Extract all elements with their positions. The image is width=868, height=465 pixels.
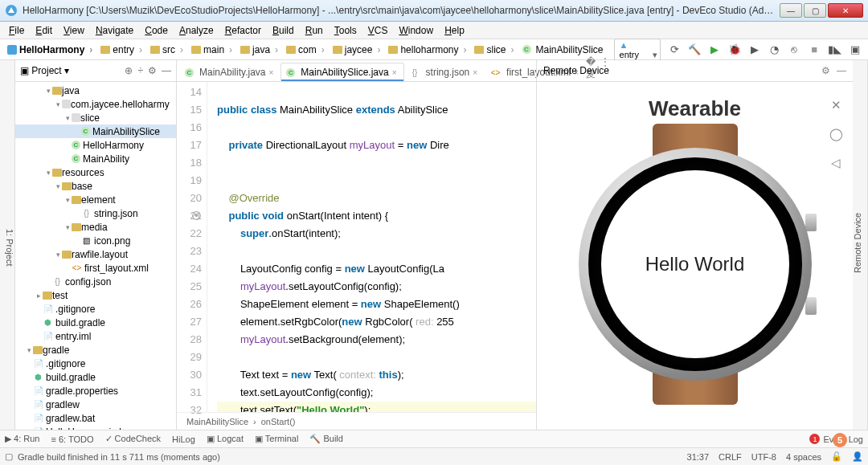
tree-item[interactable]: ▾rawfile.layout xyxy=(15,247,176,261)
left-gutter-tabs[interactable]: 1: Project7: Structure2: Favorites xyxy=(0,60,15,430)
menu-analyze[interactable]: Analyze xyxy=(174,23,219,38)
project-view-dropdown[interactable]: ▣ Project ▾ xyxy=(20,65,69,76)
file-encoding[interactable]: UTF-8 xyxy=(751,452,776,462)
tree-item[interactable]: ▾gradle xyxy=(15,343,176,357)
minimize-button[interactable]: — xyxy=(780,3,802,18)
toolstrip-item[interactable]: ▣ Logcat xyxy=(207,434,244,444)
close-tab-icon[interactable]: × xyxy=(392,68,397,77)
indent-setting[interactable]: 4 spaces xyxy=(786,452,821,462)
menu-navigate[interactable]: Navigate xyxy=(90,23,139,38)
tree-item[interactable]: ▾resources xyxy=(15,165,176,179)
menu-view[interactable]: View xyxy=(58,23,90,38)
tree-item[interactable]: ▧icon.png xyxy=(15,234,176,247)
sync-icon[interactable]: ⟳ xyxy=(668,43,681,56)
select-opened-icon[interactable]: ⊕ xyxy=(125,65,133,76)
profile-icon[interactable]: ◔ xyxy=(768,43,781,56)
notification-badge-icon[interactable]: 5 xyxy=(833,433,847,447)
tree-item[interactable]: 📄.gitignore xyxy=(15,357,176,370)
layout-icon[interactable]: ▣ xyxy=(849,43,862,56)
breadcrumb-item[interactable]: HelloHarmony xyxy=(3,43,96,57)
device-close-icon[interactable]: ✕ xyxy=(827,96,845,114)
inspect-icon[interactable]: 👤 xyxy=(852,451,863,462)
right-gutter-tabs[interactable]: Remote DeviceGradle xyxy=(853,60,868,430)
attach-icon[interactable]: ⎋ xyxy=(788,43,801,56)
code-editor[interactable]: public class MainAbilitySlice extends Ab… xyxy=(207,82,536,412)
maximize-button[interactable]: ▢ xyxy=(804,3,826,18)
expand-icon[interactable]: ÷ xyxy=(137,65,143,76)
tree-item[interactable]: ▾media xyxy=(15,220,176,234)
tree-item[interactable]: 📄.gitignore xyxy=(15,302,176,316)
tree-item[interactable]: CMainAbilitySlice xyxy=(15,124,176,138)
device-home-icon[interactable]: ◯ xyxy=(827,125,845,143)
breadcrumb-item[interactable]: java xyxy=(236,43,282,57)
tree-item[interactable]: 📄gradlew.bat xyxy=(15,411,176,425)
breadcrumb-item[interactable]: C MainAbilitySlice xyxy=(518,43,612,57)
breadcrumb-item[interactable]: com xyxy=(282,43,329,57)
menu-refactor[interactable]: Refactor xyxy=(219,23,267,38)
toolstrip-item[interactable]: ✓ CodeCheck xyxy=(105,434,162,444)
breadcrumb-item[interactable]: slice xyxy=(470,43,518,57)
coverage-icon[interactable]: ▶ xyxy=(748,43,761,56)
menu-run[interactable]: Run xyxy=(300,23,329,38)
tree-item[interactable]: 📄entry.iml xyxy=(15,329,176,343)
menu-vcs[interactable]: VCS xyxy=(362,23,394,38)
toolstrip-item[interactable]: ≡ 6: TODO xyxy=(51,434,93,444)
menu-build[interactable]: Build xyxy=(267,23,300,38)
toolstrip-item[interactable]: ▶ 4: Run xyxy=(5,434,39,444)
editor-breadcrumb[interactable]: MainAbilitySlice › onStart() xyxy=(177,412,536,430)
side-tab[interactable]: 1: Project xyxy=(5,65,14,430)
breadcrumb-item[interactable]: main xyxy=(187,43,236,57)
tree-item[interactable]: 📄gradlew xyxy=(15,398,176,411)
menu-edit[interactable]: Edit xyxy=(30,23,58,38)
breadcrumb-item[interactable]: helloharmony xyxy=(384,43,470,57)
tree-item[interactable]: {}config.json xyxy=(15,275,176,288)
close-button[interactable]: ✕ xyxy=(828,3,863,18)
tree-item[interactable]: ▾java xyxy=(15,84,176,97)
debug-icon[interactable]: 🐞 xyxy=(728,43,741,56)
hide-icon[interactable]: — xyxy=(162,65,171,76)
tree-item[interactable]: {}string.json xyxy=(15,206,176,220)
breadcrumb-item[interactable]: src xyxy=(146,43,187,57)
breadcrumb-item[interactable]: entry xyxy=(96,43,146,57)
menu-help[interactable]: Help xyxy=(439,23,470,38)
line-separator[interactable]: CRLF xyxy=(719,452,742,462)
gear-icon[interactable]: ⚙ xyxy=(821,65,830,76)
tree-item[interactable]: ▸test xyxy=(15,288,176,302)
toolstrip-item[interactable]: HiLog xyxy=(172,434,195,444)
editor-tab[interactable]: CMainAbility.java× xyxy=(179,63,280,81)
menu-file[interactable]: File xyxy=(3,23,30,38)
tree-item[interactable]: ⬢build.gradle xyxy=(15,370,176,384)
status-hide-icon[interactable]: ▢ xyxy=(5,451,13,462)
close-tab-icon[interactable]: × xyxy=(268,68,273,77)
close-tab-icon[interactable]: × xyxy=(473,68,477,77)
menu-tools[interactable]: Tools xyxy=(329,23,362,38)
tree-item[interactable]: ▾element xyxy=(15,193,176,206)
tree-item[interactable]: 📄gradle.properties xyxy=(15,384,176,398)
tree-item[interactable]: 📄HelloHarmony.iml xyxy=(15,425,176,430)
menu-window[interactable]: Window xyxy=(393,23,439,38)
tree-item[interactable]: ▾slice xyxy=(15,111,176,124)
stop-icon[interactable]: ■ xyxy=(808,43,821,56)
tree-item[interactable]: ⬢build.gradle xyxy=(15,316,176,329)
breadcrumb-item[interactable]: jaycee xyxy=(329,43,385,57)
hide-icon[interactable]: — xyxy=(837,65,846,76)
editor-tab[interactable]: CMainAbilitySlice.java× xyxy=(280,63,403,81)
run-icon[interactable]: ▶ xyxy=(708,43,721,56)
toolstrip-item[interactable]: 🔨 Build xyxy=(309,434,343,444)
side-tab[interactable]: Remote Device xyxy=(853,60,862,425)
tree-item[interactable]: CHelloHarmony xyxy=(15,138,176,152)
run-config-dropdown[interactable]: ▲ entry xyxy=(614,39,661,61)
hammer-icon[interactable]: 🔨 xyxy=(688,43,701,56)
tree-item[interactable]: ▾base xyxy=(15,179,176,193)
caret-position[interactable]: 31:37 xyxy=(687,452,710,462)
toolstrip-item[interactable]: ▣ Terminal xyxy=(255,434,298,444)
readonly-lock-icon[interactable]: 🔓 xyxy=(831,451,842,462)
tree-item[interactable]: CMainAbility xyxy=(15,152,176,165)
device-back-icon[interactable]: ◁ xyxy=(827,154,845,172)
tree-item[interactable]: ▾com.jaycee.helloharmy xyxy=(15,97,176,111)
menu-code[interactable]: Code xyxy=(139,23,174,38)
device-icon[interactable]: ▮◣ xyxy=(828,43,841,56)
gear-icon[interactable]: ⚙ xyxy=(148,65,157,76)
tree-item[interactable]: <>first_layout.xml xyxy=(15,261,176,275)
editor-tab[interactable]: {}string.json× xyxy=(404,63,485,81)
